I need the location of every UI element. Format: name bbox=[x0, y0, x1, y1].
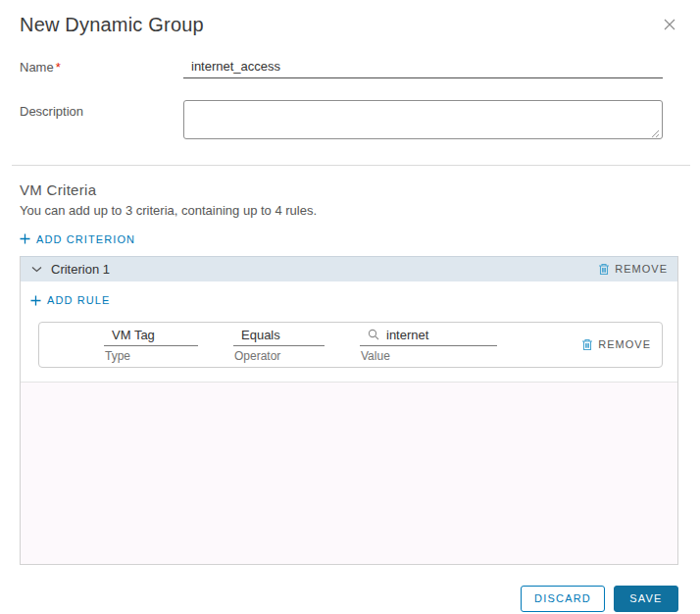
rule-operator-label: Operator bbox=[233, 349, 325, 363]
add-rule-button[interactable]: ADD RULE bbox=[30, 294, 110, 306]
rule-value-select[interactable]: internet Value bbox=[360, 326, 497, 363]
chevron-down-icon bbox=[183, 332, 193, 337]
resize-grip-icon[interactable] bbox=[651, 129, 660, 138]
description-label: Description bbox=[20, 100, 183, 119]
criterion-body: ADD RULE VM Tag Type Equals bbox=[21, 281, 677, 564]
trash-icon bbox=[581, 338, 593, 351]
dialog-header: New Dynamic Group bbox=[20, 14, 678, 36]
criterion-title: Criterion 1 bbox=[51, 262, 110, 277]
dialog-footer: DISCARD SAVE bbox=[20, 586, 678, 612]
page-title: New Dynamic Group bbox=[20, 14, 204, 36]
criterion-header: Criterion 1 REMOVE bbox=[21, 256, 677, 281]
description-row: Description bbox=[20, 100, 678, 143]
close-icon[interactable] bbox=[661, 16, 678, 33]
rule-type-label: Type bbox=[104, 349, 198, 363]
plus-icon bbox=[30, 295, 41, 306]
chevron-down-icon bbox=[482, 332, 492, 337]
criterion-empty-area bbox=[21, 382, 677, 564]
rule-type-select[interactable]: VM Tag Type bbox=[104, 326, 198, 363]
chevron-down-icon bbox=[310, 332, 320, 337]
save-button[interactable]: SAVE bbox=[614, 586, 678, 612]
name-label: Name* bbox=[20, 56, 183, 75]
search-icon bbox=[368, 329, 379, 340]
section-divider bbox=[12, 165, 690, 166]
new-dynamic-group-dialog: New Dynamic Group Name* Description VM C… bbox=[0, 0, 700, 614]
name-input[interactable] bbox=[183, 56, 663, 78]
required-asterisk: * bbox=[56, 60, 61, 75]
trash-icon bbox=[598, 263, 610, 276]
plus-icon bbox=[20, 233, 30, 244]
rule-operator-select[interactable]: Equals Operator bbox=[233, 326, 325, 363]
rule-row: VM Tag Type Equals Operator bbox=[38, 322, 663, 368]
vm-criteria-hint: You can add up to 3 criteria, containing… bbox=[20, 203, 678, 218]
vm-criteria-heading: VM Criteria bbox=[20, 181, 678, 198]
name-row: Name* bbox=[20, 56, 678, 78]
criterion-remove-button[interactable]: REMOVE bbox=[598, 263, 668, 276]
add-criterion-button[interactable]: ADD CRITERION bbox=[20, 233, 135, 245]
chevron-down-icon[interactable] bbox=[31, 266, 42, 273]
criterion-panel: Criterion 1 REMOVE ADD RULE VM Tag bbox=[20, 256, 678, 565]
rule-remove-button[interactable]: REMOVE bbox=[581, 338, 651, 351]
discard-button[interactable]: DISCARD bbox=[521, 586, 605, 612]
description-input[interactable] bbox=[183, 100, 663, 139]
rule-value-label: Value bbox=[360, 349, 497, 363]
